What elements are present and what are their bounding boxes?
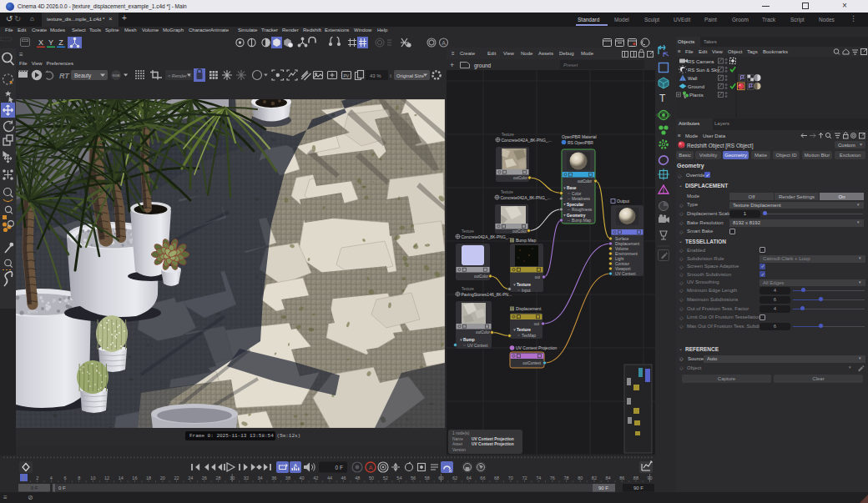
svg-text:Metalness: Metalness [572,197,590,201]
svg-text:Texture: Texture [517,283,531,287]
svg-text:Original Size: Original Size [396,73,424,78]
svg-text:UV Context Projection: UV Context Projection [472,442,514,446]
svg-text:72: 72 [522,475,527,480]
svg-text:A: A [369,465,373,470]
svg-text:48: 48 [355,475,360,480]
svg-text:54: 54 [396,475,401,480]
svg-text:outColor: outColor [578,179,593,184]
svg-text:38: 38 [285,475,290,480]
svg-text:⇕: ⇕ [389,73,392,78]
svg-text:58: 58 [425,475,430,480]
svg-text:88: 88 [633,475,638,480]
svg-text:Viewport: Viewport [615,267,631,271]
svg-text:UV Context Projection: UV Context Projection [516,345,557,350]
svg-text:4: 4 [50,475,53,480]
svg-text:PavingStones146_8K-PN...: PavingStones146_8K-PN... [462,292,512,297]
svg-text:26: 26 [202,475,207,480]
svg-text:TexMap: TexMap [522,334,536,338]
svg-text:OpenPBR Material: OpenPBR Material [562,134,597,139]
svg-text:Node: Node [521,51,533,56]
svg-text:44: 44 [327,475,332,480]
svg-text:Volume: Volume [615,247,628,251]
svg-text:Concrete042A_8K-PNG_...: Concrete042A_8K-PNG_... [462,234,512,239]
svg-text:43 %: 43 % [370,73,381,78]
svg-text:0 F: 0 F [336,465,343,470]
svg-text:18: 18 [146,475,151,480]
svg-text:Displacement: Displacement [516,306,542,311]
svg-text:+: + [450,61,454,69]
svg-text:ground: ground [474,63,492,69]
svg-text:36: 36 [271,475,276,480]
svg-text:14: 14 [119,475,124,480]
svg-text:32: 32 [244,475,249,480]
svg-text:6: 6 [63,475,66,480]
svg-text:52: 52 [383,475,388,480]
svg-text:Version: Version [452,448,466,452]
svg-text:Contour: Contour [615,262,629,266]
svg-text:66: 66 [480,475,485,480]
svg-text:outColor: outColor [512,229,527,234]
svg-text:out: out [535,275,541,279]
svg-text:Specular: Specular [567,203,583,207]
svg-text:A: A [294,463,297,468]
svg-text:outColor: outColor [476,330,491,334]
svg-text:Texture: Texture [517,328,531,332]
svg-text:34: 34 [258,475,263,480]
svg-text:78: 78 [563,475,568,480]
svg-text:Y: Y [48,38,53,47]
svg-text:Geometry: Geometry [567,214,586,218]
svg-text:Bump: Bump [463,338,475,342]
svg-text:Base: Base [567,186,577,190]
svg-text:outColor: outColor [474,274,489,279]
svg-text:Bump Map: Bump Map [516,238,536,243]
svg-text:0 F: 0 F [58,485,66,490]
svg-text:Debug: Debug [559,51,574,56]
svg-text:Roughness: Roughness [572,208,593,212]
svg-text:Input: Input [522,289,531,293]
svg-text:Texture: Texture [501,190,513,194]
svg-text:outContext: outContext [522,361,542,365]
svg-text:Surface: Surface [615,237,629,241]
svg-text:Displacement: Displacement [615,242,640,246]
svg-text:RS Sun & Sky: RS Sun & Sky [688,68,719,73]
svg-text:64: 64 [467,475,472,480]
svg-text:Preset: Preset [563,63,578,68]
svg-text:8: 8 [78,475,80,480]
svg-text:Ground: Ground [688,84,704,89]
svg-text:46: 46 [341,475,346,480]
svg-text:A: A [442,40,446,46]
svg-text:90 F: 90 F [633,485,643,490]
svg-text:Name: Name [452,437,463,441]
svg-text:Texture: Texture [502,133,514,137]
svg-text:86: 86 [619,475,624,480]
svg-text:RS Camera: RS Camera [688,59,714,64]
svg-text:10: 10 [90,475,95,480]
svg-text:View: View [503,51,515,56]
svg-text:PV: PV [344,73,350,78]
svg-text:Color: Color [572,192,582,196]
svg-text:68: 68 [494,475,499,480]
svg-text:Concrete042A_8K-PNG_...: Concrete042A_8K-PNG_... [502,138,552,143]
svg-text:Z: Z [58,38,63,47]
svg-text:90 F: 90 F [598,485,608,490]
svg-text:Environment: Environment [615,252,638,256]
svg-text:20: 20 [160,475,165,480]
svg-text:82: 82 [592,475,597,480]
svg-text:Beauty: Beauty [74,73,92,79]
svg-text:Mode: Mode [581,51,594,56]
svg-text:28: 28 [215,475,220,480]
svg-text:Output: Output [617,199,630,204]
svg-text:RGB: RGB [113,73,120,78]
svg-text:Texture: Texture [462,229,474,234]
svg-text:out: out [534,322,540,326]
svg-text:Texture: Texture [462,287,474,291]
svg-text:Asset: Asset [452,442,463,446]
svg-text:0 F: 0 F [31,485,38,490]
svg-text:50: 50 [369,475,374,480]
svg-text:80: 80 [578,475,583,480]
svg-text:UV Context Projection: UV Context Projection [472,437,514,441]
svg-text:74: 74 [536,475,541,480]
svg-text:22: 22 [174,475,179,480]
svg-text:< Render >: < Render > [168,73,191,78]
svg-text:RT: RT [59,72,70,80]
